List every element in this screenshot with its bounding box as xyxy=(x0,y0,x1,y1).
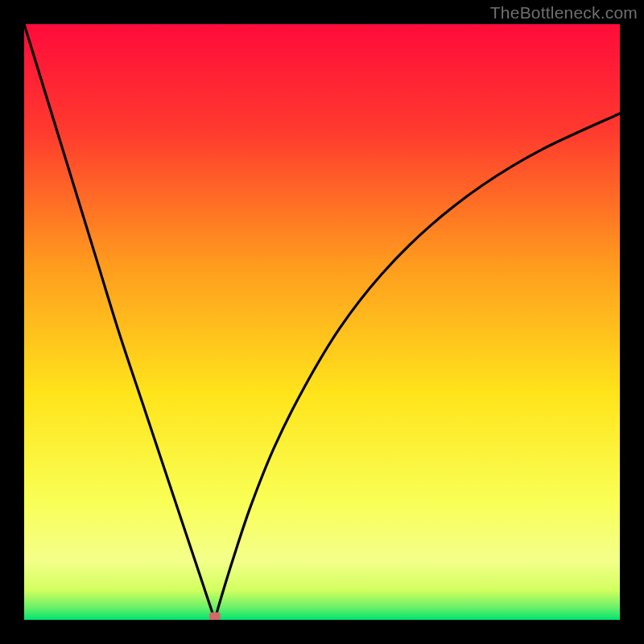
right-branch-curve xyxy=(214,114,620,620)
left-branch-curve xyxy=(24,24,215,620)
chart-frame: TheBottleneck.com xyxy=(0,0,644,644)
plot-area xyxy=(24,24,620,620)
watermark-text: TheBottleneck.com xyxy=(490,3,638,23)
curve-layer xyxy=(24,24,620,620)
minimum-marker xyxy=(209,613,221,620)
